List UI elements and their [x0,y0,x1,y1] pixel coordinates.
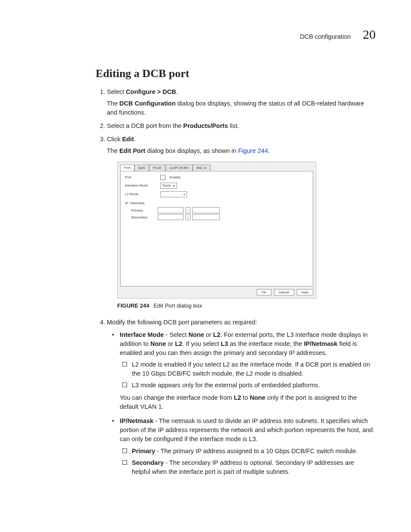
menu-path: Configure > DCB [126,88,176,95]
tab-lldp-dcbx[interactable]: LLDP-DCBX [165,165,193,171]
tab-strip: Port QoS FCoE LLDP-DCBX 802.1x [118,162,316,171]
running-header-title: DCB configuration [300,32,351,41]
interface-mode-select[interactable]: None ▼ [160,183,177,189]
chevron-down-icon: ▼ [172,184,175,188]
running-header: DCB configuration 20 [49,25,376,44]
box-l2-enabled: L2 mode is enabled if you select L2 as t… [132,360,374,378]
bullet-interface-mode: Interface Mode - Select None or L2. For … [120,330,374,411]
chapter-number: 20 [363,25,376,44]
step-3-result: The Edit Port dialog box displays, as sh… [107,146,374,156]
secondary-netmask-input[interactable] [192,214,220,220]
dialog-button-bar: OK Cancel Help [118,286,316,299]
ip-netmask-label: IP / Netmask [125,201,308,206]
edit-port-dialog: Port QoS FCoE LLDP-DCBX 802.1x Port Enab… [117,162,316,299]
step-3: Click Edit. The Edit Port dialog box dis… [107,135,374,310]
chevron-down-icon: ▾ [184,193,185,197]
tab-port[interactable]: Port [120,165,134,171]
enable-checkbox[interactable] [160,175,165,180]
box-primary: Primary - The primary IP address assigne… [132,447,374,456]
figure-link[interactable]: Figure 244 [238,147,268,154]
ok-button[interactable]: OK [257,289,271,296]
port-panel: Port Enable Interface Mode None ▼ [120,171,313,286]
page-title: Editing a DCB port [96,65,374,82]
primary-netmask-input[interactable] [192,207,220,213]
tab-8021x[interactable]: 802.1x [193,165,211,171]
interface-mode-note: You can change the interface mode from L… [120,393,374,411]
slash-separator: / [185,214,190,220]
step-1: Select Configure > DCB. The DCB Configur… [107,87,374,117]
step-4: Modify the following DCB port parameters… [107,318,374,476]
help-button[interactable]: Help [297,289,313,296]
tab-qos[interactable]: QoS [134,165,149,171]
primary-label: Primary [131,208,156,213]
interface-mode-label: Interface Mode [125,183,156,188]
secondary-ip-input[interactable] [158,214,184,220]
port-label: Port [125,175,156,180]
slash-separator: / [185,207,190,213]
step-1-result: The DCB Configuration dialog box display… [107,99,374,117]
l2-mode-label: L2 Mode [125,192,156,197]
primary-ip-input[interactable] [158,207,184,213]
l2-mode-select[interactable]: ▾ [160,191,187,197]
box-secondary: Secondary - The secondary IP address is … [132,458,374,476]
cancel-button[interactable]: Cancel [274,289,294,296]
procedure-list: Select Configure > DCB. The DCB Configur… [96,87,374,476]
step-2: Select a DCB port from the Products/Port… [107,121,374,131]
enable-label: Enable [170,175,181,180]
bullet-ip-netmask: IP/Netmask - The netmask is used to divi… [120,417,374,476]
figure-244: Port QoS FCoE LLDP-DCBX 802.1x Port Enab… [117,162,374,299]
tab-fcoe[interactable]: FCoE [149,165,165,171]
box-l3-external: L3 mode appears only for the external po… [132,381,374,390]
figure-caption: FIGURE 244Edit Port dialog box [117,302,374,310]
secondary-label: Secondary [131,215,156,220]
